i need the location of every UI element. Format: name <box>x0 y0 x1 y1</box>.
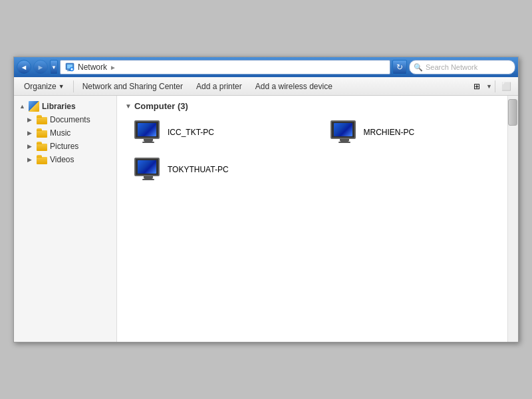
view-icon: ⊞ <box>473 82 480 91</box>
sidebar: ▲ Libraries ▶ Documents ▶ Music ▶ Pictur… <box>14 96 117 342</box>
svg-point-5 <box>71 68 73 70</box>
scrollbar-thumb[interactable] <box>508 99 517 126</box>
main-content: ▲ Libraries ▶ Documents ▶ Music ▶ Pictur… <box>14 96 518 342</box>
documents-label: Documents <box>50 115 90 124</box>
sidebar-item-videos[interactable]: ▶ Videos <box>14 153 116 166</box>
view-dropdown-arrow[interactable]: ▼ <box>486 83 492 90</box>
music-expand-icon: ▶ <box>27 130 34 136</box>
computer-name-mrchien: MRCHIEN-PC <box>364 128 415 137</box>
base-mrchien <box>338 142 350 143</box>
network-sharing-label: Network and Sharing Center <box>82 82 183 91</box>
network-sharing-button[interactable]: Network and Sharing Center <box>76 79 189 94</box>
scrollbar-track[interactable] <box>507 96 518 342</box>
videos-expand-icon: ▶ <box>27 156 34 163</box>
address-path[interactable]: Network ► <box>60 60 390 74</box>
pane-button[interactable]: ⬜ <box>498 79 514 94</box>
documents-expand-icon: ▶ <box>27 116 34 123</box>
music-label: Music <box>50 128 70 138</box>
computer-item-tokythuat[interactable]: TOKYTHUAT-PC <box>132 155 315 184</box>
search-placeholder-text: Search Network <box>426 63 477 71</box>
path-separator: ► <box>110 64 116 71</box>
screen-icc <box>138 123 156 136</box>
content-pane: ▼ Computer (3) ICC_TKT-PC <box>117 96 518 342</box>
screen-mrchien <box>334 123 352 136</box>
sidebar-item-music[interactable]: ▶ Music <box>14 126 116 140</box>
pictures-folder-icon <box>37 142 47 151</box>
forward-button[interactable]: ► <box>33 60 48 74</box>
toolbar-divider-1 <box>73 80 74 92</box>
computer-item-mrchien[interactable]: MRCHIEN-PC <box>328 118 511 147</box>
toolbar-divider-2 <box>495 80 495 92</box>
base-tokythuat <box>142 179 154 180</box>
toolbar-right: ⊞ ▼ ⬜ <box>469 79 514 94</box>
libraries-icon <box>29 101 39 112</box>
search-icon: 🔍 <box>414 63 423 72</box>
add-printer-label: Add a printer <box>196 82 242 91</box>
sidebar-item-documents[interactable]: ▶ Documents <box>14 113 116 126</box>
recent-button[interactable]: ▼ <box>50 60 58 74</box>
computer-icon-tokythuat <box>134 158 162 182</box>
view-toggle-button[interactable]: ⊞ <box>469 79 485 94</box>
computer-icon-icc <box>134 120 162 144</box>
computer-item-icc[interactable]: ICC_TKT-PC <box>132 118 315 147</box>
network-path-icon <box>65 62 75 72</box>
section-header: ▼ Computer (3) <box>125 101 510 111</box>
add-wireless-label: Add a wireless device <box>255 82 332 91</box>
organize-label: Organize <box>24 82 57 91</box>
search-box[interactable]: 🔍 Search Network <box>409 60 515 74</box>
pictures-label: Pictures <box>50 142 78 151</box>
add-printer-button[interactable]: Add a printer <box>190 79 248 94</box>
documents-folder-icon <box>37 115 47 124</box>
monitor-tokythuat <box>134 158 160 176</box>
computers-grid: ICC_TKT-PC MRCHIEN-PC <box>125 118 510 184</box>
organize-button[interactable]: Organize ▼ <box>18 79 70 94</box>
computer-name-tokythuat: TOKYTHUAT-PC <box>168 165 229 174</box>
libraries-expand-icon: ▲ <box>19 103 26 110</box>
address-bar: ◄ ► ▼ Network ► ↻ 🔍 Search Network <box>14 57 518 77</box>
libraries-label: Libraries <box>42 102 76 111</box>
section-title: Computer (3) <box>134 101 188 111</box>
pane-icon: ⬜ <box>501 82 511 91</box>
videos-label: Videos <box>50 155 74 164</box>
explorer-window: ◄ ► ▼ Network ► ↻ 🔍 Search Network Organ… <box>13 57 519 342</box>
sidebar-item-libraries[interactable]: ▲ Libraries <box>14 98 116 113</box>
sidebar-item-pictures[interactable]: ▶ Pictures <box>14 140 116 153</box>
monitor-icc <box>134 120 160 139</box>
refresh-button[interactable]: ↻ <box>392 60 407 74</box>
computer-name-icc: ICC_TKT-PC <box>168 128 214 137</box>
path-network-label: Network <box>78 63 107 72</box>
base-icc <box>142 142 154 143</box>
toolbar: Organize ▼ Network and Sharing Center Ad… <box>14 77 518 96</box>
music-folder-icon <box>37 128 47 138</box>
screen-tokythuat <box>138 160 156 174</box>
videos-folder-icon <box>37 155 47 164</box>
monitor-mrchien <box>331 120 356 139</box>
computer-icon-mrchien <box>331 120 358 144</box>
pictures-expand-icon: ▶ <box>27 143 34 150</box>
section-collapse-icon: ▼ <box>125 102 132 110</box>
organize-arrow: ▼ <box>59 83 65 90</box>
back-button[interactable]: ◄ <box>17 60 31 74</box>
add-wireless-button[interactable]: Add a wireless device <box>249 79 338 94</box>
